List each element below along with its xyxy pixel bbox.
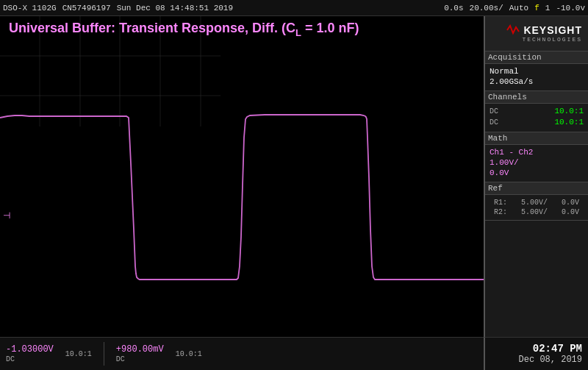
timestamp: Sun Dec 08 14:48:51 2019 xyxy=(117,4,233,13)
acquisition-header: Acquisition xyxy=(485,51,588,64)
ch2-voltage-value: +980.00mV xyxy=(116,344,164,355)
logo-area: KEYSIGHT TECHNOLOGIES xyxy=(485,16,588,51)
ch1-scale-info: 10.0:1 xyxy=(65,350,92,358)
trigger-mode: Auto xyxy=(509,4,528,13)
model-serial: DSO-X 1102G xyxy=(3,4,57,13)
oscilloscope-display: Universal Buffer: Transient Response, Di… xyxy=(0,16,484,337)
top-status-bar: DSO-X 1102G CN57496197 Sun Dec 08 14:48:… xyxy=(0,0,588,16)
ch2-volt: 10.0:1 xyxy=(554,118,584,127)
math-formula-row: Ch1 - Ch2 xyxy=(490,148,584,157)
voltage-offset: -10.0v xyxy=(556,4,585,13)
r1-offset: 0.0V xyxy=(562,199,579,207)
current-time: 02:47 PM xyxy=(533,343,582,355)
math-scale-row: 1.00V/ xyxy=(490,158,584,167)
ref-section: Ref R1: 5.00V/ 0.0V R2: 5.00V/ 0.0V xyxy=(485,182,588,221)
title-main: Universal Buffer: Transient Response, Di… xyxy=(9,21,295,35)
brand-sub: TECHNOLOGIES xyxy=(522,36,582,43)
keysight-icon xyxy=(506,24,520,36)
acquisition-mode-row: Normal xyxy=(490,67,584,76)
keysight-logo: KEYSIGHT TECHNOLOGIES xyxy=(506,24,582,43)
datetime-display: 02:47 PM Dec 08, 2019 xyxy=(484,337,588,370)
r2-scale: 5.00V/ xyxy=(521,208,548,216)
time-scale: 20.00s/ xyxy=(470,4,503,13)
ref-header: Ref xyxy=(485,182,588,195)
math-scale: 1.00V/ xyxy=(490,158,519,167)
math-header: Math xyxy=(485,132,588,145)
r2-label: R2: xyxy=(494,208,507,216)
ref1-row: R1: 5.00V/ 0.0V xyxy=(490,198,584,207)
ch2-coupling: DC xyxy=(116,355,164,363)
chart-title: Universal Buffer: Transient Response, Di… xyxy=(9,21,359,38)
ch1-row: DC 10.0:1 xyxy=(490,107,584,115)
ch2-row: DC 10.0:1 xyxy=(490,118,584,127)
ch1-measurement: -1.03000V DC xyxy=(6,344,54,363)
r1-scale: 5.00V/ xyxy=(521,199,548,207)
acquisition-rate-row: 2.00GSa/s xyxy=(490,77,584,86)
serial-number: CN57496197 xyxy=(62,4,111,13)
title-subscript: L xyxy=(295,27,301,38)
acquisition-mode: Normal xyxy=(490,67,519,76)
title-suffix: = 1.0 nF) xyxy=(301,21,359,35)
ref2-row: R2: 5.00V/ 0.0V xyxy=(490,207,584,217)
ch1-volt: 10.0:1 xyxy=(554,107,584,115)
channel-indicator: 1 xyxy=(545,4,551,13)
ch2-measurement: +980.00mV DC xyxy=(116,344,164,363)
ch2-scale: 10.0:1 xyxy=(176,350,202,358)
time-position: 0.0s xyxy=(444,4,463,13)
channels-header: Channels xyxy=(485,91,588,104)
ch1-scale: 10.0:1 xyxy=(65,350,92,358)
math-offset-row: 0.0V xyxy=(490,168,584,177)
svg-text:⊣: ⊣ xyxy=(3,210,10,221)
ch1-voltage-value: -1.03000V xyxy=(6,344,54,355)
math-formula: Ch1 - Ch2 xyxy=(490,148,533,157)
brand-name: KEYSIGHT xyxy=(523,24,582,36)
math-section: Math Ch1 - Ch2 1.00V/ 0.0V xyxy=(485,132,588,182)
channels-section: Channels DC 10.0:1 DC 10.0:1 xyxy=(485,91,588,132)
separator xyxy=(104,342,104,366)
ch1-dc-label: DC xyxy=(490,107,498,115)
r1-label: R1: xyxy=(494,199,507,207)
settings-panel: KEYSIGHT TECHNOLOGIES Acquisition Normal… xyxy=(484,16,588,370)
math-offset: 0.0V xyxy=(490,168,509,177)
r2-offset: 0.0V xyxy=(562,208,579,216)
current-date: Dec 08, 2019 xyxy=(519,355,582,365)
ch1-coupling: DC xyxy=(6,355,54,363)
acquisition-section: Acquisition Normal 2.00GSa/s xyxy=(485,51,588,91)
ch2-dc-label: DC xyxy=(490,118,498,127)
trigger-icon: f xyxy=(534,4,539,13)
bottom-status-bar: -1.03000V DC 10.0:1 +980.00mV DC 10.0:1 xyxy=(0,337,484,370)
waveform: ⊣ xyxy=(0,16,484,337)
acquisition-rate: 2.00GSa/s xyxy=(490,77,533,86)
ch2-scale-info: 10.0:1 xyxy=(176,350,202,358)
